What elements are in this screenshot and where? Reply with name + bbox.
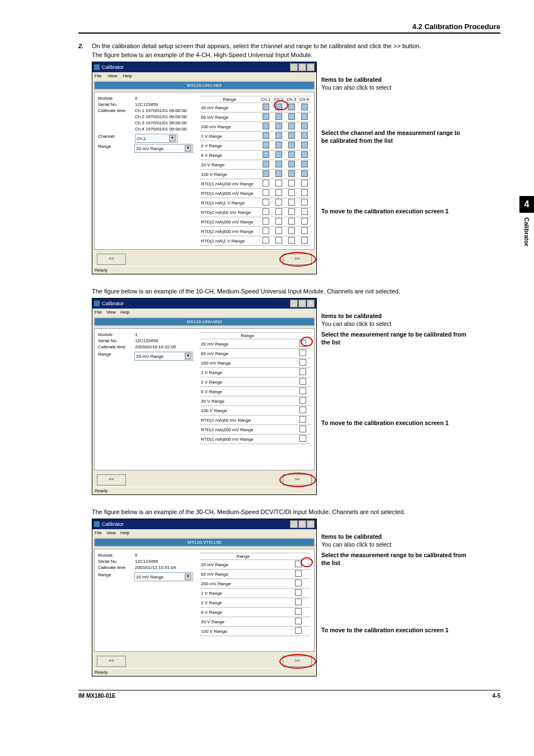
range-checkbox[interactable] [288, 208, 295, 215]
range-checkbox[interactable] [275, 161, 282, 167]
range-checkbox[interactable] [263, 199, 269, 206]
range-row[interactable]: 20 mV Range [200, 560, 311, 570]
range-row[interactable]: 20 mV Range [200, 339, 311, 349]
range-checkbox[interactable] [275, 151, 282, 158]
range-checkbox[interactable] [275, 189, 282, 196]
range-checkbox[interactable] [299, 416, 306, 423]
range-checkbox[interactable] [301, 218, 308, 225]
range-checkbox[interactable] [263, 142, 269, 148]
range-checkbox[interactable] [263, 189, 269, 196]
range-row[interactable]: 20 mV Range [200, 103, 311, 113]
range-row[interactable]: 60 mV Range [200, 113, 311, 122]
range-checkbox[interactable] [275, 208, 282, 215]
range-checkbox[interactable] [299, 368, 306, 375]
range-checkbox[interactable] [301, 132, 308, 139]
range-row[interactable]: 2 V Range [200, 141, 311, 151]
range-checkbox[interactable] [263, 151, 269, 158]
range-checkbox[interactable] [288, 199, 295, 206]
range-checkbox[interactable] [288, 170, 295, 177]
range-checkbox[interactable] [301, 199, 308, 206]
range-checkbox[interactable] [299, 407, 306, 413]
range-checkbox[interactable] [301, 170, 308, 177]
range-row[interactable]: 200 mV Range [200, 122, 311, 132]
next-button[interactable]: >> [283, 656, 312, 667]
minimize-button[interactable]: _ [290, 520, 298, 528]
range-checkbox[interactable] [275, 132, 282, 139]
range-checkbox[interactable] [288, 189, 295, 196]
range-checkbox[interactable] [263, 237, 269, 244]
minimize-button[interactable]: _ [290, 63, 298, 71]
range-row[interactable]: RTD(1 mA)600 mV Range [200, 189, 311, 198]
range-row[interactable]: 1 V Range [200, 132, 311, 141]
range-row[interactable]: 2 V Range [200, 598, 311, 608]
range-checkbox[interactable] [263, 113, 269, 120]
range-checkbox[interactable] [301, 104, 308, 110]
maximize-button[interactable]: □ [298, 63, 306, 71]
range-checkbox[interactable] [288, 161, 295, 167]
range-checkbox[interactable] [295, 627, 302, 634]
range-row[interactable]: 100 V Range [200, 627, 311, 636]
range-checkbox[interactable] [288, 180, 295, 186]
range-checkbox[interactable] [288, 142, 295, 148]
range-checkbox[interactable] [299, 349, 306, 356]
range-checkbox[interactable] [263, 227, 269, 234]
range-checkbox[interactable] [299, 435, 306, 442]
range-checkbox[interactable] [275, 218, 282, 225]
close-button[interactable]: × [307, 63, 315, 71]
range-dropdown[interactable]: 20 mV Range▼ [134, 352, 193, 361]
range-row[interactable]: RTD(1 mA)600 mV Range [200, 435, 311, 444]
range-row[interactable]: 1 V Range [200, 589, 311, 598]
range-row[interactable]: RTD(2 mA)600 mV Range [200, 227, 311, 236]
range-checkbox[interactable] [275, 227, 282, 234]
range-checkbox[interactable] [295, 561, 302, 567]
range-row[interactable]: 6 V Range [200, 608, 311, 617]
range-dropdown[interactable]: 20 mV Range▼ [134, 144, 193, 153]
range-row[interactable]: 6 V Range [200, 387, 311, 396]
range-checkbox[interactable] [275, 180, 282, 186]
range-checkbox[interactable] [288, 113, 295, 120]
range-checkbox[interactable] [288, 123, 295, 129]
range-checkbox[interactable] [288, 227, 295, 234]
range-checkbox[interactable] [263, 208, 269, 215]
range-row[interactable]: RTD(2 mA)200 mV Range [200, 217, 311, 227]
range-checkbox[interactable] [299, 397, 306, 404]
range-checkbox[interactable] [301, 208, 308, 215]
range-checkbox[interactable] [301, 142, 308, 148]
range-checkbox[interactable] [275, 170, 282, 177]
range-checkbox[interactable] [301, 189, 308, 196]
range-row[interactable]: RTD(1 mA)200 mV Range [200, 179, 311, 189]
range-checkbox[interactable] [288, 237, 295, 244]
close-button[interactable]: × [307, 520, 315, 528]
range-checkbox[interactable] [295, 599, 302, 605]
range-checkbox[interactable] [263, 218, 269, 225]
range-row[interactable]: RTD(1 mA)1 V Range [200, 198, 311, 208]
range-checkbox[interactable] [301, 161, 308, 167]
range-row[interactable]: 100 V Range [200, 170, 311, 179]
range-checkbox[interactable] [295, 570, 302, 577]
prev-button[interactable]: << [97, 254, 126, 265]
range-row[interactable]: 60 mV Range [200, 349, 311, 358]
range-row[interactable]: 1 V Range [200, 368, 311, 377]
next-button[interactable]: >> [283, 254, 312, 265]
range-dropdown[interactable]: 20 mV Range▼ [134, 572, 193, 581]
range-checkbox[interactable] [288, 218, 295, 225]
range-checkbox[interactable] [275, 237, 282, 244]
menu-view[interactable]: View [107, 73, 117, 78]
menu-file[interactable]: File [95, 73, 102, 78]
range-checkbox[interactable] [263, 104, 269, 110]
range-checkbox[interactable] [263, 161, 269, 167]
range-checkbox[interactable] [288, 151, 295, 158]
range-row[interactable]: RTD(2 mA)1 V Range [200, 236, 311, 246]
range-checkbox[interactable] [275, 123, 282, 129]
channel-dropdown[interactable]: Ch.1▼ [135, 134, 177, 143]
minimize-button[interactable]: _ [290, 300, 298, 307]
menu-help[interactable]: Help [123, 73, 132, 78]
next-button[interactable]: >> [283, 474, 312, 486]
range-checkbox[interactable] [295, 608, 302, 615]
range-checkbox[interactable] [301, 237, 308, 244]
range-checkbox[interactable] [301, 151, 308, 158]
range-row[interactable]: RTD(2 mA)60 mV Range [200, 208, 311, 217]
range-checkbox[interactable] [288, 104, 295, 110]
range-row[interactable]: 6 V Range [200, 151, 311, 160]
range-checkbox[interactable] [301, 227, 308, 234]
